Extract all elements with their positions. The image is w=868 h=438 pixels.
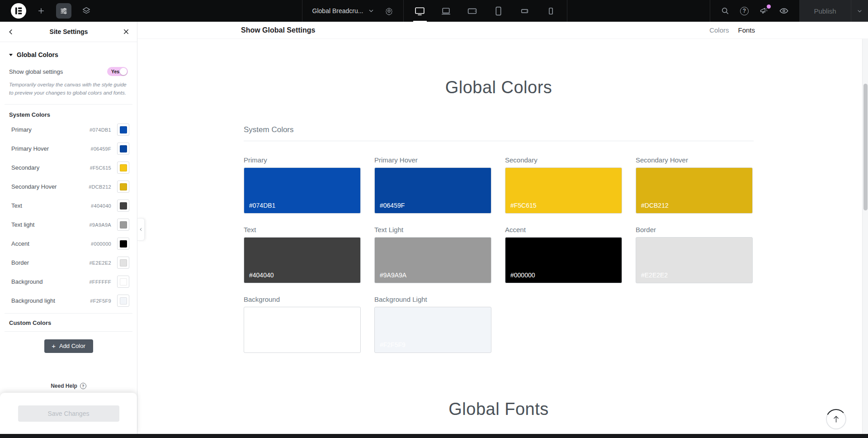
panel-title: Site Settings — [50, 28, 88, 35]
global-colors-accordion[interactable]: Global Colors — [0, 42, 137, 58]
panel-header: Site Settings — [0, 22, 137, 42]
device-desktop-button[interactable] — [414, 0, 425, 22]
color-hex: #E2E2E2 — [89, 260, 111, 266]
divider — [5, 313, 132, 314]
show-global-settings-toggle[interactable]: Yes — [107, 67, 128, 76]
swatch-card: Primary Hover #06459F — [374, 156, 491, 214]
device-tablet-landscape-button[interactable] — [467, 0, 478, 22]
gear-icon — [385, 7, 393, 15]
swatch-card-label: Background Light — [374, 295, 491, 303]
swatch-card: Primary #074DB1 — [244, 156, 361, 214]
color-picker-swatch[interactable] — [117, 276, 129, 288]
color-row: Secondary #F5C615 — [0, 158, 137, 177]
elementor-logo[interactable] — [11, 3, 26, 19]
site-settings-button[interactable] — [56, 3, 71, 19]
help-button[interactable]: ? — [740, 7, 749, 15]
color-hex: #F5C615 — [90, 165, 111, 171]
close-panel-button[interactable] — [123, 28, 130, 35]
color-picker-swatch[interactable] — [117, 143, 129, 155]
document-settings-button[interactable] — [385, 7, 393, 15]
swatch-color — [120, 221, 127, 229]
color-hex: #074DB1 — [90, 127, 111, 133]
swatch-card-label: Secondary Hover — [636, 156, 753, 164]
add-color-button[interactable]: + Add Color — [44, 339, 93, 353]
device-mobile-landscape-button[interactable] — [519, 0, 530, 22]
active-device-indicator — [413, 21, 427, 22]
swatch-card-color: #404040 — [244, 237, 361, 283]
collapse-panel-handle[interactable] — [137, 218, 145, 241]
color-row: Secondary Hover #DCB212 — [0, 177, 137, 196]
need-help-link[interactable]: Need Help ? — [0, 383, 137, 389]
section-divider — [244, 141, 754, 141]
color-picker-swatch[interactable] — [117, 295, 129, 307]
color-label: Secondary — [11, 164, 90, 171]
whats-new-button[interactable] — [759, 6, 769, 16]
color-picker-swatch[interactable] — [117, 162, 129, 174]
mobile-landscape-icon — [519, 5, 530, 17]
style-guide-header: Show Global Settings Colors Fonts — [137, 22, 868, 39]
color-label: Background light — [11, 297, 90, 304]
publish-options-button[interactable] — [851, 0, 868, 22]
swatch-card-color: #06459F — [374, 167, 491, 214]
colors-link[interactable]: Colors — [709, 26, 729, 34]
swatch-card-hex: #F5C615 — [510, 202, 537, 209]
device-laptop-button[interactable] — [440, 0, 452, 22]
global-fonts-title: Global Fonts — [244, 400, 754, 419]
swatch-card-color: #DCB212 — [636, 167, 753, 214]
panel-footer: Save Changes — [0, 393, 137, 434]
color-hex: #404040 — [91, 203, 111, 209]
caret-down-icon — [9, 54, 13, 56]
device-mobile-portrait-button[interactable] — [545, 0, 557, 22]
save-changes-button[interactable]: Save Changes — [18, 405, 119, 422]
swatch-card: Background Light #F2F5F9 — [374, 295, 491, 353]
swatch-color — [120, 202, 127, 209]
document-switcher[interactable]: Global Breadcru... — [302, 0, 404, 22]
fonts-link[interactable]: Fonts — [738, 26, 755, 34]
desktop-icon — [414, 5, 425, 17]
color-label: Text — [11, 202, 91, 209]
finder-search-button[interactable] — [721, 6, 730, 15]
chevron-left-icon — [7, 28, 15, 36]
swatch-card-color: #074DB1 — [244, 167, 361, 214]
back-button[interactable] — [7, 28, 15, 36]
swatch-card: Background #FFFFFF — [244, 295, 361, 353]
topbar-left-tools — [11, 0, 94, 22]
swatch-card-hex: #F2F5F9 — [380, 341, 406, 348]
structure-button[interactable] — [79, 3, 94, 19]
elementor-logo-icon — [11, 3, 26, 19]
notification-dot — [767, 5, 771, 9]
preview-button[interactable] — [779, 6, 789, 16]
publish-button[interactable]: Publish — [799, 0, 851, 22]
color-picker-swatch[interactable] — [117, 200, 129, 212]
swatch-card-hex: #074DB1 — [249, 202, 275, 209]
sliders-icon — [59, 6, 68, 15]
color-picker-swatch[interactable] — [117, 124, 129, 136]
question-circle-icon: ? — [80, 383, 86, 389]
device-tablet-portrait-button[interactable] — [493, 0, 504, 22]
toggle-description: Temporarily overlay the canvas with the … — [9, 81, 128, 97]
swatch-card-hex: #06459F — [380, 202, 405, 209]
color-row: Border #E2E2E2 — [0, 253, 137, 272]
color-picker-swatch[interactable] — [117, 238, 129, 250]
color-picker-swatch[interactable] — [117, 257, 129, 269]
close-icon — [123, 28, 130, 35]
custom-colors-heading: Custom Colors — [9, 319, 137, 326]
divider — [5, 104, 132, 105]
swatch-card-label: Background — [244, 295, 361, 303]
color-row: Primary Hover #06459F — [0, 139, 137, 158]
color-row: Background #FFFFFF — [0, 272, 137, 291]
add-element-button[interactable] — [33, 3, 49, 19]
color-picker-swatch[interactable] — [117, 181, 129, 193]
editor-canvas: Show Global Settings Colors Fonts Global… — [137, 22, 868, 438]
swatch-card-label: Secondary — [505, 156, 622, 164]
color-label: Border — [11, 259, 89, 266]
color-label: Secondary Hover — [11, 183, 89, 190]
chevron-left-icon — [139, 227, 143, 232]
scrollbar-thumb[interactable] — [863, 84, 868, 210]
scroll-to-top-button[interactable] — [826, 409, 847, 430]
swatch-card-label: Border — [636, 226, 753, 233]
swatch-card-hex: #E2E2E2 — [641, 271, 668, 279]
color-hex: #000000 — [91, 241, 111, 247]
color-picker-swatch[interactable] — [117, 219, 129, 231]
accordion-label: Global Colors — [17, 51, 58, 58]
